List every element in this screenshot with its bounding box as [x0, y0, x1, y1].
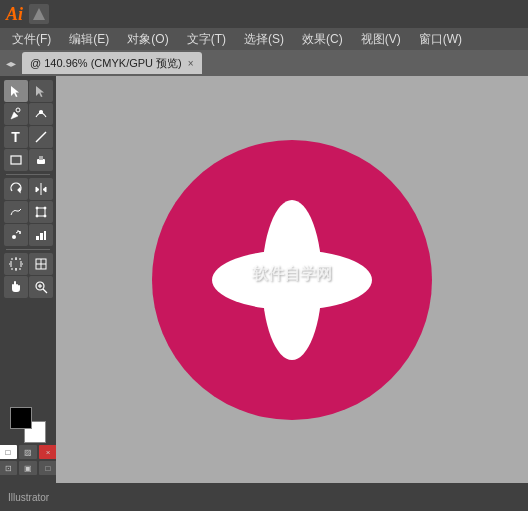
tab-scroll-arrows[interactable]: ◂▸	[4, 56, 18, 71]
screen-mode-normal[interactable]: ⊡	[0, 461, 17, 475]
column-graph-tool[interactable]	[29, 224, 53, 246]
cross-shape	[202, 190, 382, 370]
color-mode-row: □ ▨ ×	[0, 445, 57, 459]
app-icon	[29, 4, 49, 24]
menu-file[interactable]: 文件(F)	[4, 29, 59, 50]
menu-edit[interactable]: 编辑(E)	[61, 29, 117, 50]
title-bar: Ai	[0, 0, 528, 28]
tool-group-warp	[2, 201, 54, 223]
rectangle-tool[interactable]	[4, 149, 28, 171]
svg-point-20	[17, 230, 19, 232]
tab-bar: ◂▸ @ 140.96% (CMYK/GPU 预览) ×	[0, 50, 528, 76]
svg-marker-1	[11, 86, 19, 97]
svg-rect-24	[11, 259, 21, 269]
svg-point-3	[16, 108, 20, 112]
svg-point-18	[12, 235, 16, 239]
tool-separator-1	[6, 174, 50, 175]
toolbar-left: T	[0, 76, 56, 483]
curvature-tool[interactable]	[29, 103, 53, 125]
svg-point-17	[44, 215, 46, 217]
svg-point-15	[44, 207, 46, 209]
svg-rect-23	[44, 231, 46, 240]
menu-window[interactable]: 窗口(W)	[411, 29, 470, 50]
tool-group-pen	[2, 103, 54, 125]
artboard-tool[interactable]	[4, 253, 28, 275]
svg-point-19	[19, 232, 21, 234]
svg-point-16	[36, 215, 38, 217]
menu-bar: 文件(F) 编辑(E) 对象(O) 文字(T) 选择(S) 效果(C) 视图(V…	[0, 28, 528, 50]
menu-effect[interactable]: 效果(C)	[294, 29, 351, 50]
tool-separator-2	[6, 249, 50, 250]
tool-group-rotate	[2, 178, 54, 200]
color-mode-gradient[interactable]: ▨	[19, 445, 37, 459]
color-mode-pattern[interactable]: ×	[39, 445, 57, 459]
reflect-tool[interactable]	[29, 178, 53, 200]
color-fg-bg-container[interactable]	[10, 407, 46, 443]
design-circle	[152, 140, 432, 420]
color-boxes: □ ▨ × ⊡ ▣ □	[0, 407, 57, 479]
cross-vertical	[262, 200, 322, 360]
selection-tool[interactable]	[4, 80, 28, 102]
tab-label: @ 140.96% (CMYK/GPU 预览)	[30, 56, 182, 71]
zoom-tool[interactable]	[29, 276, 53, 298]
tool-group-hand	[2, 276, 54, 298]
warp-tool[interactable]	[4, 201, 28, 223]
free-transform-tool[interactable]	[29, 201, 53, 223]
line-tool[interactable]	[29, 126, 53, 148]
status-info: Illustrator	[8, 492, 49, 503]
hand-tool[interactable]	[4, 276, 28, 298]
pen-tool[interactable]	[4, 103, 28, 125]
app-logo: Ai	[6, 5, 23, 23]
tool-group-symbol	[2, 224, 54, 246]
svg-marker-12	[43, 187, 46, 192]
main-area: T	[0, 76, 528, 483]
screen-mode-full[interactable]: □	[39, 461, 57, 475]
svg-line-5	[36, 132, 46, 142]
svg-marker-0	[33, 8, 45, 20]
status-bar: Illustrator	[0, 483, 528, 511]
direct-selection-tool[interactable]	[29, 80, 53, 102]
tab-close-button[interactable]: ×	[188, 58, 194, 69]
menu-view[interactable]: 视图(V)	[353, 29, 409, 50]
eraser-tool[interactable]	[29, 149, 53, 171]
svg-marker-2	[36, 86, 44, 97]
symbol-sprayer-tool[interactable]	[4, 224, 28, 246]
tool-group-shape	[2, 149, 54, 171]
svg-line-33	[43, 289, 47, 293]
screen-mode-row: ⊡ ▣ □	[0, 461, 57, 475]
svg-point-4	[39, 111, 42, 114]
tool-group-type: T	[2, 126, 54, 148]
tool-group-select	[2, 80, 54, 102]
document-tab[interactable]: @ 140.96% (CMYK/GPU 预览) ×	[22, 52, 202, 74]
svg-marker-9	[18, 188, 20, 192]
slice-tool[interactable]	[29, 253, 53, 275]
svg-rect-13	[37, 208, 45, 216]
svg-rect-6	[11, 156, 21, 164]
svg-rect-22	[40, 233, 43, 240]
type-tool[interactable]: T	[4, 126, 28, 148]
menu-object[interactable]: 对象(O)	[119, 29, 176, 50]
svg-point-14	[36, 207, 38, 209]
rotate-tool[interactable]	[4, 178, 28, 200]
color-mode-none[interactable]: □	[0, 445, 17, 459]
svg-rect-21	[36, 236, 39, 240]
svg-marker-11	[36, 187, 39, 192]
tool-group-slice	[2, 253, 54, 275]
screen-mode-full-menu[interactable]: ▣	[19, 461, 37, 475]
menu-text[interactable]: 文字(T)	[179, 29, 234, 50]
svg-rect-8	[39, 156, 43, 160]
color-foreground-box[interactable]	[10, 407, 32, 429]
menu-select[interactable]: 选择(S)	[236, 29, 292, 50]
canvas-area: 软件自学网 WWW.RJZXW.COM	[56, 76, 528, 483]
